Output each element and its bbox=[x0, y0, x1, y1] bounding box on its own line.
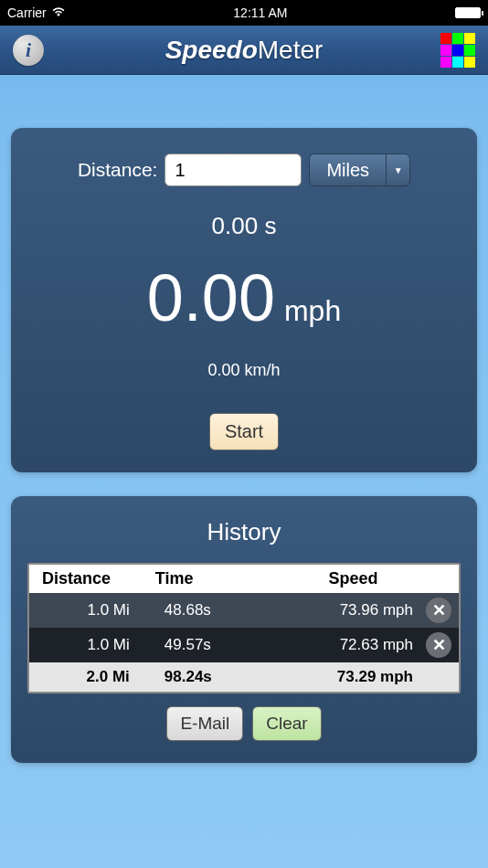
info-button[interactable]: i bbox=[13, 35, 44, 66]
table-total-row: 2.0 Mi 98.24s 73.29 mph bbox=[29, 662, 459, 692]
speed-alt: 0.00 km/h bbox=[29, 361, 459, 380]
table-row: 1.0 Mi 48.68s 73.96 mph ✕ bbox=[29, 593, 459, 628]
history-panel: History Distance Time Speed 1.0 Mi 48.68… bbox=[11, 496, 477, 763]
clock: 12:11 AM bbox=[233, 5, 287, 20]
clear-button[interactable]: Clear bbox=[252, 706, 321, 741]
start-button[interactable]: Start bbox=[209, 413, 279, 450]
time-display: 0.00 s bbox=[29, 212, 459, 240]
history-header: Distance Time Speed bbox=[29, 565, 459, 593]
distance-label: Distance: bbox=[78, 159, 158, 181]
app-header: i SpeedoMeter bbox=[0, 26, 488, 75]
speed-panel: Distance: Miles ▼ 0.00 s 0.00 mph 0.00 k… bbox=[11, 128, 477, 472]
chevron-down-icon: ▼ bbox=[386, 154, 409, 185]
wifi-icon bbox=[51, 5, 66, 20]
unit-select[interactable]: Miles ▼ bbox=[309, 153, 410, 186]
delete-row-button[interactable]: ✕ bbox=[426, 632, 451, 658]
speed-value: 0.00 bbox=[147, 260, 275, 335]
app-title: SpeedoMeter bbox=[165, 36, 324, 65]
status-bar: Carrier 12:11 AM bbox=[0, 0, 488, 26]
history-title: History bbox=[27, 518, 461, 546]
carrier-label: Carrier bbox=[7, 5, 47, 20]
speed-display: 0.00 mph bbox=[29, 260, 459, 335]
table-row: 1.0 Mi 49.57s 72.63 mph ✕ bbox=[29, 628, 459, 662]
color-picker-button[interactable] bbox=[440, 33, 475, 68]
distance-input[interactable] bbox=[164, 153, 302, 186]
speed-unit: mph bbox=[284, 294, 341, 328]
email-button[interactable]: E-Mail bbox=[166, 706, 243, 741]
battery-icon bbox=[455, 7, 481, 18]
delete-row-button[interactable]: ✕ bbox=[426, 598, 451, 623]
history-table: Distance Time Speed 1.0 Mi 48.68s 73.96 … bbox=[27, 563, 461, 693]
